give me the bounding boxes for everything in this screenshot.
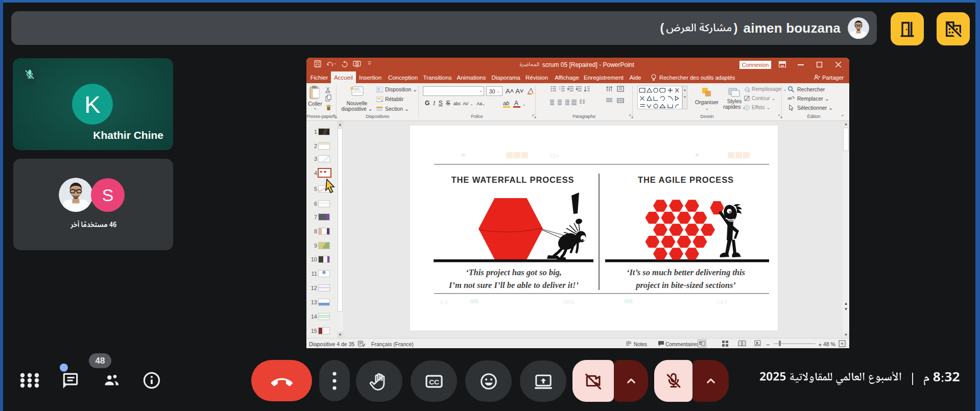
svg-text:CC: CC [429, 378, 439, 385]
svg-text:ab: ab [787, 96, 792, 101]
svg-text:‘This project has got so big,: ‘This project has got so big, [466, 268, 562, 277]
svg-text:I’m not sure I’ll be able to d: I’m not sure I’ll be able to deliver it!… [448, 280, 579, 290]
svg-text:4.8: 4.8 [440, 299, 447, 305]
svg-text:A: A [514, 100, 518, 107]
svg-text:project in bite-sized sections: project in bite-sized sections’ [635, 280, 736, 290]
svg-text:THE AGILE PROCESS: THE AGILE PROCESS [638, 175, 734, 184]
svg-text:❝: ❝ [695, 152, 700, 161]
svg-text:98%: 98% [563, 299, 575, 305]
svg-text:THE WATERFALL PROCESS: THE WATERFALL PROCESS [451, 175, 574, 184]
svg-text:ab: ab [503, 100, 509, 106]
svg-text:❝: ❝ [461, 152, 466, 161]
svg-text:24/7: 24/7 [716, 299, 727, 305]
svg-text:75+: 75+ [549, 153, 559, 160]
svg-text:⌄: ⌄ [522, 102, 526, 107]
svg-text:‘It’s so much better deliverin: ‘It’s so much better delivering this [627, 268, 745, 277]
svg-text:2: 2 [559, 88, 561, 90]
